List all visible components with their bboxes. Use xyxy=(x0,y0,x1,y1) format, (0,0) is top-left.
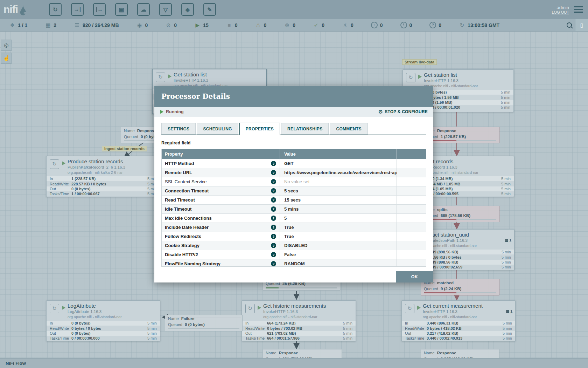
property-row: Max Idle Connections?5 xyxy=(162,214,426,223)
processor-icon: ↻ xyxy=(245,304,255,313)
processor-stat-row: Read/Write0 bytes / 0 bytes5 min xyxy=(47,326,160,330)
tab-properties[interactable]: PROPERTIES xyxy=(239,123,280,135)
nifi-app: nifi ↻→||→▣☁▽◈✎ admin LOG OUT ❖1 / 1▦2☰9… xyxy=(0,0,588,368)
running-count: 15 xyxy=(203,22,209,28)
refresh-icon[interactable]: ↻ xyxy=(459,22,465,28)
tab-relationships[interactable]: RELATIONSHIPS xyxy=(281,123,329,135)
property-help-icon[interactable]: ? xyxy=(271,243,276,248)
template-icon[interactable]: ◈ xyxy=(181,3,194,16)
property-value[interactable]: 5 secs xyxy=(280,186,397,195)
property-help-icon[interactable]: ? xyxy=(271,225,276,230)
property-row: SSL Context Service?No value set xyxy=(162,177,426,186)
property-help-icon[interactable]: ? xyxy=(271,188,276,193)
property-name: Connection Timeout xyxy=(165,186,271,195)
process-group-icon[interactable]: ▣ xyxy=(115,3,128,16)
label-stream-live-data[interactable]: Stream live-data xyxy=(402,59,437,65)
processor-icon: ↻ xyxy=(406,73,415,82)
properties-table-header: Property Value xyxy=(162,149,426,159)
up-to-date-count: 0 xyxy=(322,22,324,28)
operate-palette-button[interactable]: ☝ xyxy=(1,53,12,64)
status-bar-right: ▯ xyxy=(563,19,588,31)
connection-label-q-response-bottom-center[interactable]: NameResponseQueued621 (703.02 MB) xyxy=(262,349,342,358)
running-icon xyxy=(62,306,65,310)
processor-stat-row: Out0 (0 bytes)5 min xyxy=(47,186,160,191)
property-value[interactable]: GET xyxy=(280,159,397,168)
nifi-logo-text: nifi xyxy=(4,1,18,18)
property-name: Idle Timeout xyxy=(165,205,271,213)
status-item-disabled: ⊗0 xyxy=(284,22,295,28)
property-value[interactable]: DISABLED xyxy=(280,241,397,250)
processor-name: Produce station records xyxy=(68,158,123,164)
logout-link[interactable]: LOG OUT xyxy=(552,10,569,14)
processor-bundle: org.apache.nifi - nifi-standard-nar xyxy=(263,315,317,319)
property-value[interactable]: 15 secs xyxy=(280,196,397,204)
processor-name: Get current measurement xyxy=(423,303,483,309)
transmitting-count: 0 xyxy=(145,22,148,28)
funnel-icon[interactable]: ▽ xyxy=(159,3,172,16)
property-name: Max Idle Connections xyxy=(165,214,271,223)
property-value[interactable]: RANDOM xyxy=(280,259,397,267)
ok-button[interactable]: OK xyxy=(396,271,433,282)
processor-stat-row: Tasks/Time3,440 / 00:02:40.9135 min xyxy=(402,336,515,341)
property-row: Remote URL?https://www.pegelonline.wsv.d… xyxy=(162,168,426,177)
toggle-panel-button[interactable]: ▯ xyxy=(575,19,588,31)
stop-and-configure-button[interactable]: ⚙ STOP & CONFIGURE xyxy=(378,109,428,115)
navigate-palette-button[interactable]: ◎ xyxy=(1,40,12,51)
property-help-icon[interactable]: ? xyxy=(271,216,276,221)
breadcrumb[interactable]: NiFi Flow xyxy=(6,361,26,366)
locally-modified-count: 0 xyxy=(351,22,354,28)
property-help-icon[interactable]: ? xyxy=(271,234,276,239)
tab-settings[interactable]: SETTINGS xyxy=(161,123,196,135)
property-value[interactable]: True xyxy=(280,232,397,241)
property-name: FlowFile Naming Strategy xyxy=(165,259,271,267)
property-row: HTTP Method?GET xyxy=(162,159,426,168)
label-icon[interactable]: ✎ xyxy=(203,3,216,16)
processor-type: InvokeHTTP 1.16.3 xyxy=(424,79,458,83)
property-help-icon[interactable]: ? xyxy=(271,261,276,266)
processor-produce-station-records[interactable]: ↻Produce station recordsPublishKafkaReco… xyxy=(46,156,160,197)
property-row: FlowFile Naming Strategy?RANDOM xyxy=(162,259,426,267)
property-help-icon[interactable]: ? xyxy=(271,170,276,175)
status-item-queued-totals: ☰920 / 264.29 MB xyxy=(74,22,119,28)
processor-stat-row: Tasks/Time1 / 00:00:00.0675 min xyxy=(47,191,160,196)
property-value[interactable]: No value set xyxy=(280,177,397,186)
input-port-icon[interactable]: →| xyxy=(71,3,84,16)
processor-name: LogAttribute xyxy=(68,303,96,309)
disabled-count: 0 xyxy=(293,22,295,28)
processor-type: InvokeHTTP 1.16.3 xyxy=(423,309,457,314)
property-value[interactable]: https://www.pegelonline.wsv.de/webservic… xyxy=(280,168,397,177)
global-menu-icon[interactable] xyxy=(574,6,583,13)
processor-icon[interactable]: ↻ xyxy=(49,3,62,16)
search-button[interactable] xyxy=(563,19,575,31)
last-refreshed: ↻ 13:00:58 GMT xyxy=(459,22,499,28)
property-row: Disable HTTP/2?False xyxy=(162,250,426,259)
remote-process-group-icon[interactable]: ☁ xyxy=(137,3,150,16)
last-refreshed-time: 13:00:58 GMT xyxy=(468,22,499,28)
processor-get-historic-measurements[interactable]: ↻Get historic measurementsInvokeHTTP 1.1… xyxy=(242,300,356,341)
property-value[interactable]: False xyxy=(280,250,397,259)
property-help-icon[interactable]: ? xyxy=(271,206,276,212)
status-item-active-threads: ▦2 xyxy=(45,22,56,28)
property-row: Connection Timeout?5 secs xyxy=(162,186,426,196)
connection-label-q-response-bottom-right[interactable]: NameResponseQueued3,217 (418.02 KB) xyxy=(421,349,499,358)
processor-stat-row: In0 (0 bytes)5 min xyxy=(47,321,160,326)
property-help-icon[interactable]: ? xyxy=(271,197,276,203)
tab-comments[interactable]: COMMENTS xyxy=(330,123,368,135)
processor-icon: ↻ xyxy=(50,159,59,169)
label-ingest-station-records[interactable]: Ingest station records xyxy=(102,146,147,151)
output-port-icon[interactable]: |→ xyxy=(93,3,106,16)
property-value[interactable]: 5 xyxy=(280,214,397,223)
property-row: Follow Redirects?True xyxy=(162,232,426,241)
connection-label-q-failure[interactable]: NameFailureQueued0 (0 bytes) xyxy=(165,315,243,331)
property-value[interactable]: True xyxy=(280,223,397,232)
property-value[interactable]: 5 mins xyxy=(280,205,397,213)
component-toolbar: ↻→||→▣☁▽◈✎ xyxy=(49,3,216,16)
property-help-icon[interactable]: ? xyxy=(271,252,276,257)
tab-scheduling[interactable]: SCHEDULING xyxy=(197,123,238,135)
processor-logattribute[interactable]: ↻LogAttributeLogAttribute 1.16.3org.apac… xyxy=(46,300,160,341)
running-icon xyxy=(258,306,261,310)
property-help-icon[interactable]: ? xyxy=(271,161,276,166)
property-help-icon[interactable]: ? xyxy=(271,179,276,184)
queued-totals-icon: ☰ xyxy=(74,22,80,28)
processor-get-current-measurement[interactable]: ↻Get current measurementInvokeHTTP 1.16.… xyxy=(401,300,516,341)
